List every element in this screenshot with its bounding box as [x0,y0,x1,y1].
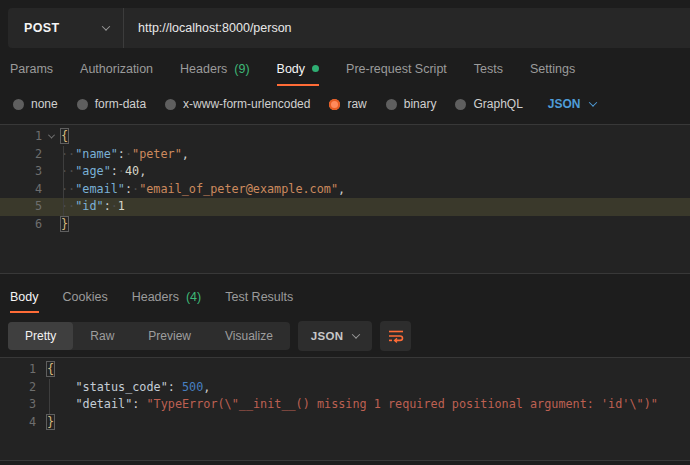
tab-body[interactable]: Body [277,53,320,86]
code-line: 6 } [0,216,690,234]
line-number: 6 [0,216,42,234]
radio-icon [386,99,397,110]
url-text: http://localhost:8000/person [138,21,292,35]
request-tabs: Params Authorization Headers (9) Body Pr… [0,53,690,86]
view-pretty[interactable]: Pretty [8,322,73,350]
line-number: 4 [0,414,36,432]
radio-icon [13,99,24,110]
radio-raw[interactable]: raw [329,97,366,111]
chevron-down-icon [47,132,54,139]
response-toolbar: Pretty Raw Preview Visualize JSON [0,321,690,351]
response-tab-body[interactable]: Body [10,283,39,313]
radio-selected-icon [329,99,340,110]
code-line: 4 } [0,414,690,432]
radio-form-data[interactable]: form-data [77,97,146,111]
tab-settings[interactable]: Settings [530,53,575,86]
tab-tests[interactable]: Tests [474,53,503,86]
wrap-line-button[interactable] [380,321,411,351]
radio-x-www-form-urlencoded[interactable]: x-www-form-urlencoded [165,97,310,111]
url-input[interactable]: http://localhost:8000/person [124,8,690,48]
chevron-down-icon [352,330,360,338]
open-brace: { [47,362,54,376]
code-line: 3 "detail": "TypeError(\"__init__() miss… [0,396,690,414]
tab-pre-request-script[interactable]: Pre-request Script [346,53,447,86]
wrap-line-icon [388,329,404,343]
line-number: 3 [0,396,36,414]
tab-headers[interactable]: Headers (9) [180,53,250,86]
response-language-dropdown[interactable]: JSON [298,321,373,351]
response-tab-cookies[interactable]: Cookies [63,283,108,313]
response-body-editor[interactable]: 1 { 2 "status_code": 500, 3 "detail": "T… [0,357,690,461]
request-language-dropdown[interactable]: JSON [548,97,596,111]
close-brace: } [61,217,68,231]
radio-icon [77,99,88,110]
line-number: 1 [0,128,42,146]
method-dropdown[interactable]: POST [8,8,124,48]
code-line: 2 "status_code": 500, [0,379,690,397]
indent-guide [63,146,64,216]
open-brace: { [61,129,68,143]
response-headers-count-badge: (4) [186,290,201,304]
radio-graphql[interactable]: GraphQL [455,97,522,111]
chevron-down-icon [102,22,110,30]
response-tabs: Body Cookies Headers (4) Test Results [0,283,690,313]
radio-binary[interactable]: binary [386,97,437,111]
response-tab-headers[interactable]: Headers (4) [132,283,202,313]
close-brace: } [47,415,54,429]
code-line: 3 ··"age":·40, [0,163,690,181]
tab-authorization[interactable]: Authorization [80,53,153,86]
request-body-editor[interactable]: 1 { 2 ··"name":·"peter", 3 ··"age":·40, … [0,124,690,274]
fold-toggle[interactable] [42,128,60,146]
body-modified-dot-icon [312,65,319,72]
radio-icon [455,99,466,110]
chevron-down-icon [588,98,596,106]
method-label: POST [24,21,60,35]
code-line: 2 ··"name":·"peter", [0,146,690,164]
view-switcher: Pretty Raw Preview Visualize [8,322,290,350]
view-preview[interactable]: Preview [131,322,208,350]
line-number: 3 [0,163,42,181]
line-number: 2 [0,146,42,164]
response-tab-test-results[interactable]: Test Results [225,283,293,313]
code-line: 4 ··"email":·"email_of_peter@example.com… [0,181,690,199]
code-line: 1 { [0,128,690,146]
line-number: 1 [0,361,36,379]
indent-guide [49,379,50,414]
code-line-highlighted: 5 ··"id":·1 [0,198,690,216]
body-type-row: none form-data x-www-form-urlencoded raw… [0,89,690,119]
headers-count-badge: (9) [234,62,249,76]
view-raw[interactable]: Raw [73,322,131,350]
line-number: 2 [0,379,36,397]
tab-params[interactable]: Params [10,53,53,86]
view-visualize[interactable]: Visualize [208,322,290,350]
radio-icon [165,99,176,110]
request-url-bar: POST http://localhost:8000/person [8,8,690,48]
radio-none[interactable]: none [13,97,58,111]
line-number: 4 [0,181,42,199]
line-number: 5 [0,198,42,216]
code-line: 1 { [0,361,690,379]
